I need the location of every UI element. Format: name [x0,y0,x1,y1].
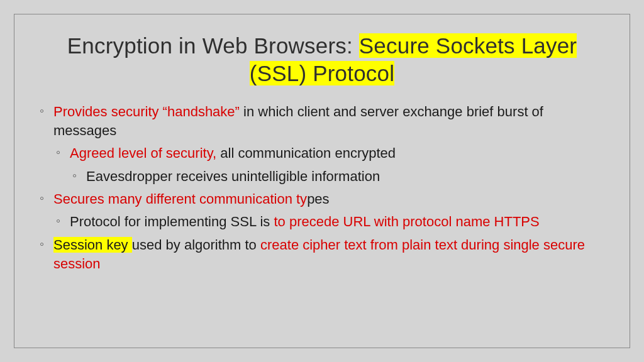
list-item: Secures many different communication typ… [40,190,604,209]
list-item: Eavesdropper receives unintelligible inf… [72,167,604,186]
list-item: Session key used by algorithm to create … [40,236,604,274]
list-item: Agreed level of security, all communicat… [56,144,604,163]
bullet-list: Provides security “handshake” in which c… [40,102,604,274]
emphasis-text: Agreed level of security, [70,145,220,161]
slide-content: Encryption in Web Browsers: Secure Socke… [14,14,630,290]
slide-frame: Encryption in Web Browsers: Secure Socke… [14,14,630,348]
emphasis-text: Provides security “handshake” [53,104,243,119]
emphasis-text: Secures many different communication ty [53,191,307,207]
body-text: used by algorithm to [132,237,260,253]
slide-title: Encryption in Web Browsers: Secure Socke… [40,32,604,87]
body-text: all communication encrypted [220,145,396,161]
list-item: Protocol for implementing SSL is to prec… [56,212,604,231]
body-text: pes [307,191,329,207]
emphasis-text: to precede URL with protocol name HTTPS [274,214,539,229]
list-item: Provides security “handshake” in which c… [40,102,604,141]
title-plain: Encryption in Web Browsers: [67,33,359,58]
highlight-text: Session key [53,237,132,253]
body-text: Eavesdropper receives unintelligible inf… [86,168,380,184]
body-text: Protocol for implementing SSL is [70,214,274,229]
